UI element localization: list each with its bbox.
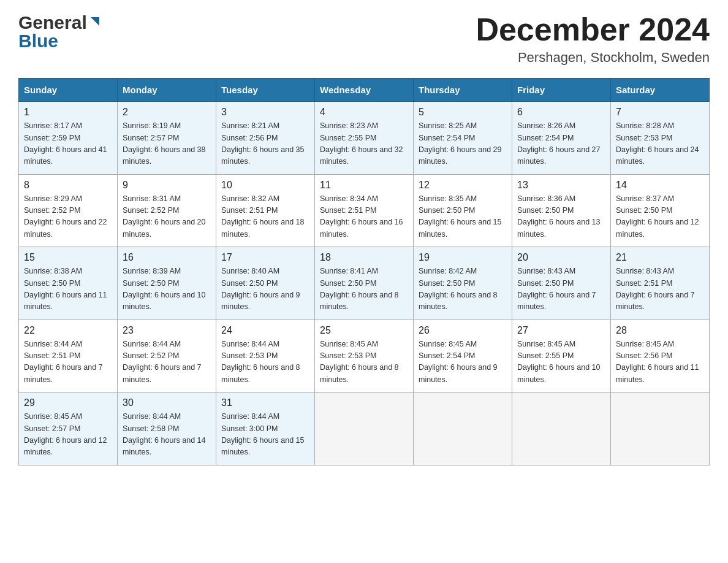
- day-info: Sunrise: 8:32 AMSunset: 2:51 PMDaylight:…: [221, 193, 309, 241]
- daylight-text: Daylight: 6 hours and 24 minutes.: [616, 145, 699, 166]
- table-row: 12Sunrise: 8:35 AMSunset: 2:50 PMDayligh…: [414, 174, 512, 247]
- day-number: 5: [419, 107, 507, 118]
- day-number: 8: [24, 180, 112, 191]
- daylight-text: Daylight: 6 hours and 10 minutes.: [517, 363, 601, 383]
- calendar-week-row: 29Sunrise: 8:45 AMSunset: 2:57 PMDayligh…: [19, 393, 710, 465]
- sunset-text: Sunset: 2:54 PM: [517, 134, 574, 142]
- sunset-text: Sunset: 3:00 PM: [221, 424, 278, 433]
- sunset-text: Sunset: 2:55 PM: [320, 134, 376, 142]
- sunset-text: Sunset: 2:55 PM: [517, 351, 574, 360]
- table-row: 17Sunrise: 8:40 AMSunset: 2:50 PMDayligh…: [216, 247, 315, 320]
- day-info: Sunrise: 8:44 AMSunset: 2:53 PMDaylight:…: [221, 339, 309, 386]
- day-info: Sunrise: 8:36 AMSunset: 2:50 PMDaylight:…: [517, 193, 605, 241]
- logo-arrow-icon: [88, 15, 102, 28]
- table-row: [512, 393, 611, 465]
- table-row: 4Sunrise: 8:23 AMSunset: 2:55 PMDaylight…: [315, 102, 414, 175]
- daylight-text: Daylight: 6 hours and 29 minutes.: [419, 145, 502, 166]
- day-number: 10: [221, 180, 309, 191]
- daylight-text: Daylight: 6 hours and 7 minutes.: [24, 363, 103, 383]
- logo: General Blue: [18, 12, 102, 52]
- day-info: Sunrise: 8:34 AMSunset: 2:51 PMDaylight:…: [320, 193, 408, 241]
- sunset-text: Sunset: 2:50 PM: [517, 206, 574, 215]
- sunrise-text: Sunrise: 8:43 AM: [616, 267, 674, 275]
- day-info: Sunrise: 8:35 AMSunset: 2:50 PMDaylight:…: [419, 193, 507, 241]
- logo-blue-text: Blue: [18, 31, 58, 52]
- day-number: 7: [616, 107, 704, 118]
- day-info: Sunrise: 8:45 AMSunset: 2:53 PMDaylight:…: [320, 339, 408, 386]
- table-row: [315, 393, 414, 465]
- table-row: [611, 393, 710, 465]
- day-info: Sunrise: 8:31 AMSunset: 2:52 PMDaylight:…: [123, 193, 211, 241]
- sunset-text: Sunset: 2:50 PM: [221, 279, 278, 288]
- daylight-text: Daylight: 6 hours and 9 minutes.: [221, 291, 300, 311]
- day-number: 26: [419, 325, 507, 336]
- day-info: Sunrise: 8:45 AMSunset: 2:57 PMDaylight:…: [24, 411, 112, 459]
- sunrise-text: Sunrise: 8:44 AM: [123, 340, 181, 348]
- day-info: Sunrise: 8:25 AMSunset: 2:54 PMDaylight:…: [419, 120, 507, 168]
- calendar-header-row: Sunday Monday Tuesday Wednesday Thursday…: [19, 79, 710, 102]
- day-number: 25: [320, 325, 408, 336]
- sunrise-text: Sunrise: 8:42 AM: [419, 267, 477, 275]
- table-row: 8Sunrise: 8:29 AMSunset: 2:52 PMDaylight…: [19, 174, 118, 247]
- sunset-text: Sunset: 2:57 PM: [24, 424, 80, 433]
- table-row: 19Sunrise: 8:42 AMSunset: 2:50 PMDayligh…: [414, 247, 512, 320]
- sunset-text: Sunset: 2:51 PM: [616, 279, 672, 288]
- day-number: 11: [320, 180, 408, 191]
- table-row: 2Sunrise: 8:19 AMSunset: 2:57 PMDaylight…: [118, 102, 216, 175]
- page-header: General Blue December 2024 Pershagen, St…: [18, 12, 710, 66]
- table-row: 27Sunrise: 8:45 AMSunset: 2:55 PMDayligh…: [512, 320, 611, 393]
- sunset-text: Sunset: 2:51 PM: [221, 206, 278, 215]
- logo-general-text: General: [18, 12, 87, 33]
- col-saturday: Saturday: [611, 79, 710, 102]
- col-tuesday: Tuesday: [216, 79, 315, 102]
- sunset-text: Sunset: 2:57 PM: [123, 134, 179, 142]
- day-number: 28: [616, 325, 704, 336]
- daylight-text: Daylight: 6 hours and 8 minutes.: [419, 291, 498, 311]
- sunrise-text: Sunrise: 8:45 AM: [616, 340, 674, 348]
- sunset-text: Sunset: 2:53 PM: [320, 351, 376, 360]
- day-number: 4: [320, 107, 408, 118]
- table-row: 6Sunrise: 8:26 AMSunset: 2:54 PMDaylight…: [512, 102, 611, 175]
- daylight-text: Daylight: 6 hours and 15 minutes.: [221, 436, 305, 456]
- calendar-table: Sunday Monday Tuesday Wednesday Thursday…: [18, 78, 710, 465]
- table-row: 18Sunrise: 8:41 AMSunset: 2:50 PMDayligh…: [315, 247, 414, 320]
- daylight-text: Daylight: 6 hours and 11 minutes.: [616, 363, 699, 383]
- day-number: 30: [123, 397, 211, 408]
- title-block: December 2024 Pershagen, Stockholm, Swed…: [476, 12, 710, 66]
- sunrise-text: Sunrise: 8:43 AM: [517, 267, 575, 275]
- col-wednesday: Wednesday: [315, 79, 414, 102]
- daylight-text: Daylight: 6 hours and 15 minutes.: [419, 218, 502, 238]
- day-number: 21: [616, 252, 704, 263]
- table-row: 23Sunrise: 8:44 AMSunset: 2:52 PMDayligh…: [118, 320, 216, 393]
- day-info: Sunrise: 8:26 AMSunset: 2:54 PMDaylight:…: [517, 120, 605, 168]
- day-number: 16: [123, 252, 211, 263]
- sunset-text: Sunset: 2:56 PM: [221, 134, 278, 142]
- sunset-text: Sunset: 2:54 PM: [419, 134, 475, 142]
- sunset-text: Sunset: 2:59 PM: [24, 134, 80, 142]
- daylight-text: Daylight: 6 hours and 7 minutes.: [517, 291, 596, 311]
- table-row: 31Sunrise: 8:44 AMSunset: 3:00 PMDayligh…: [216, 393, 315, 465]
- day-number: 24: [221, 325, 309, 336]
- sunrise-text: Sunrise: 8:35 AM: [419, 194, 477, 203]
- table-row: 14Sunrise: 8:37 AMSunset: 2:50 PMDayligh…: [611, 174, 710, 247]
- day-number: 23: [123, 325, 211, 336]
- table-row: 15Sunrise: 8:38 AMSunset: 2:50 PMDayligh…: [19, 247, 118, 320]
- table-row: 16Sunrise: 8:39 AMSunset: 2:50 PMDayligh…: [118, 247, 216, 320]
- table-row: 10Sunrise: 8:32 AMSunset: 2:51 PMDayligh…: [216, 174, 315, 247]
- day-number: 31: [221, 397, 309, 408]
- day-info: Sunrise: 8:28 AMSunset: 2:53 PMDaylight:…: [616, 120, 704, 168]
- day-info: Sunrise: 8:44 AMSunset: 2:58 PMDaylight:…: [123, 411, 211, 459]
- table-row: 24Sunrise: 8:44 AMSunset: 2:53 PMDayligh…: [216, 320, 315, 393]
- sunrise-text: Sunrise: 8:45 AM: [24, 412, 82, 421]
- sunrise-text: Sunrise: 8:26 AM: [517, 121, 575, 130]
- daylight-text: Daylight: 6 hours and 16 minutes.: [320, 218, 403, 238]
- table-row: 1Sunrise: 8:17 AMSunset: 2:59 PMDaylight…: [19, 102, 118, 175]
- sunset-text: Sunset: 2:52 PM: [123, 206, 179, 215]
- sunrise-text: Sunrise: 8:45 AM: [517, 340, 575, 348]
- daylight-text: Daylight: 6 hours and 10 minutes.: [123, 291, 206, 311]
- sunrise-text: Sunrise: 8:45 AM: [419, 340, 477, 348]
- day-number: 13: [517, 180, 605, 191]
- sunrise-text: Sunrise: 8:19 AM: [123, 121, 181, 130]
- daylight-text: Daylight: 6 hours and 20 minutes.: [123, 218, 206, 238]
- sunrise-text: Sunrise: 8:37 AM: [616, 194, 674, 203]
